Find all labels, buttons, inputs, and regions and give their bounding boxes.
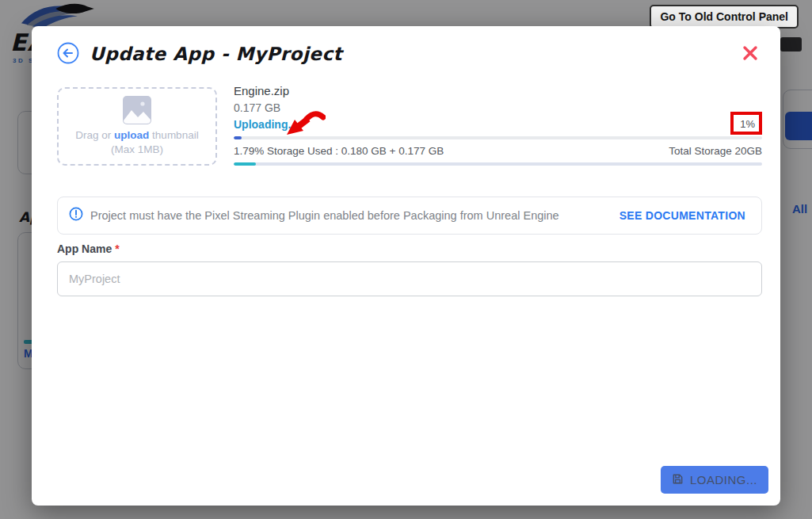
info-icon xyxy=(69,207,83,224)
save-loading-button[interactable]: LOADING... xyxy=(661,466,768,494)
storage-used-text: 1.79% Storage Used : 0.180 GB + 0.177 GB xyxy=(234,145,444,157)
update-app-modal: Update App - MyProject Drag or upload th… xyxy=(32,26,780,506)
file-name: Engine.zip xyxy=(234,84,762,97)
required-asterisk: * xyxy=(115,242,119,255)
file-size: 0.177 GB xyxy=(234,101,762,114)
dropzone-instruction: Drag or upload thumbnail xyxy=(59,128,215,143)
save-icon xyxy=(672,473,684,487)
go-to-old-control-panel-button[interactable]: Go To Old Control Panel xyxy=(650,5,799,29)
upload-file-info: Engine.zip 0.177 GB Uploading... 1% 1.79… xyxy=(234,84,762,166)
app-name-input[interactable] xyxy=(57,261,762,296)
upload-thumbnail-link[interactable]: upload xyxy=(114,129,149,141)
save-button-label: LOADING... xyxy=(690,473,757,487)
close-icon xyxy=(741,52,759,64)
image-placeholder-icon xyxy=(120,114,154,128)
modal-title: Update App - MyProject xyxy=(90,44,342,64)
back-arrow-icon xyxy=(57,55,79,67)
alert-message: Project must have the Pixel Streaming Pl… xyxy=(90,209,619,222)
upload-percent-value: 1% xyxy=(740,118,755,130)
back-button[interactable] xyxy=(57,42,79,64)
close-button[interactable] xyxy=(741,44,760,63)
upload-progress-fill xyxy=(234,136,242,139)
thumbnail-dropzone[interactable]: Drag or upload thumbnail (Max 1MB) xyxy=(57,87,217,166)
pixel-streaming-alert: Project must have the Pixel Streaming Pl… xyxy=(57,197,762,235)
see-documentation-link[interactable]: SEE DOCUMENTATION xyxy=(619,209,745,222)
dropzone-text-prefix: Drag or xyxy=(75,129,114,141)
dropzone-size-limit: (Max 1MB) xyxy=(59,143,215,157)
dropzone-text-suffix: thumbnail xyxy=(149,129,198,141)
upload-status-text: Uploading... xyxy=(234,118,762,131)
storage-progress-bar xyxy=(234,162,762,166)
storage-summary-row: 1.79% Storage Used : 0.180 GB + 0.177 GB… xyxy=(234,145,762,157)
upload-progress-bar xyxy=(234,136,762,139)
app-name-label: App Name * xyxy=(57,242,120,255)
total-storage-text: Total Storage 20GB xyxy=(669,145,762,157)
storage-progress-fill xyxy=(234,162,256,166)
app-name-label-text: App Name xyxy=(57,242,112,255)
